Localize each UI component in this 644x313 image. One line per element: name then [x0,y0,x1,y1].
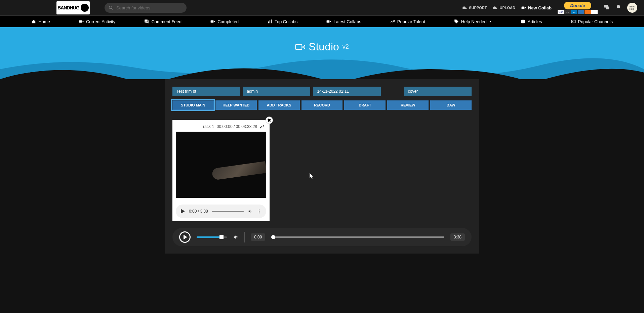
info-spacer [384,87,401,96]
nav-talent-label: Popular Talent [397,19,425,24]
collab-title-field[interactable]: Test trim bt [172,87,240,96]
info-row: Test trim bt admin 14-11-2022 02:11 cove… [172,87,472,96]
tab-studio-main[interactable]: STUDIO MAIN [172,100,214,110]
svg-rect-10 [268,21,269,23]
trend-icon [390,19,395,24]
video-icon [521,6,526,9]
tab-draft[interactable]: DRAFT [344,100,386,110]
mute-icon[interactable] [233,235,238,239]
comments-icon [144,19,149,24]
volume-icon[interactable] [248,209,253,214]
card-icon [591,10,598,14]
payment-icons: VISA ●● ●● [558,10,598,14]
tab-help-wanted[interactable]: HELP WANTED [215,100,257,110]
svg-rect-11 [270,20,270,24]
tab-daw[interactable]: DAW [430,100,472,110]
svg-marker-9 [214,21,215,23]
user-avatar[interactable]: BandHug [627,3,637,13]
new-collab-link[interactable]: New Collab [521,5,552,10]
hero-title-text: Studio [309,41,339,53]
cloud-upload-icon [493,6,497,9]
nav-home-label: Home [38,19,50,24]
studio-panel: Test trim bt admin 14-11-2022 02:11 cove… [165,79,479,254]
svg-marker-14 [330,21,331,23]
donate-button[interactable]: Donate [564,2,591,9]
support-link[interactable]: SUPPORT [462,6,487,10]
upload-text: UPLOAD [499,6,515,10]
maestro-icon: ●● [571,10,577,14]
id-icon [571,19,576,24]
audio-menu-icon[interactable]: ⋮ [257,209,261,214]
nav-comment-feed[interactable]: Comment Feed [144,19,182,24]
support-text: SUPPORT [469,6,487,10]
tab-record[interactable]: RECORD [301,100,343,110]
svg-point-0 [109,6,112,9]
seek-bar[interactable] [271,236,444,238]
nav-top-collabs[interactable]: Top Collabs [268,19,297,24]
video-frame-content [211,161,266,180]
svg-rect-16 [571,20,575,23]
wrench-icon[interactable] [260,124,265,129]
nav-help-needed[interactable]: Help Needed ▼ [454,19,492,24]
page-title: Studio v2 [295,41,349,53]
nav-home[interactable]: Home [31,19,50,24]
svg-rect-8 [211,20,214,23]
brand-logo[interactable]: BANDHUG [56,1,90,14]
hero-banner: Studio v2 [0,27,644,79]
search-wrap [105,3,187,13]
video-icon [326,20,331,23]
tab-add-tracks[interactable]: ADD TRACKS [258,100,300,110]
svg-line-1 [112,8,113,10]
svg-marker-19 [302,45,305,49]
notifications-icon[interactable] [616,4,621,12]
nav-articles-label: Articles [528,19,542,24]
search-input[interactable] [105,3,187,13]
nav-popular-talent[interactable]: Popular Talent [390,19,425,24]
svg-rect-18 [295,44,302,49]
svg-rect-15 [521,20,525,24]
discover-icon [585,10,591,14]
player-divider [244,232,245,242]
tab-review[interactable]: REVIEW [387,100,429,110]
svg-marker-20 [181,209,185,214]
svg-point-17 [572,21,573,22]
top-header: BANDHUG SUPPORT UPLOAD New Collab Donate… [0,0,644,16]
studio-tabs: STUDIO MAIN HELP WANTED ADD TRACKS RECOR… [172,100,472,110]
nav-current-activity[interactable]: Current Activity [79,19,115,24]
volume-slider[interactable] [197,236,227,238]
nav-popular-channels[interactable]: Popular Channels [571,19,613,24]
svg-rect-12 [271,19,272,23]
close-track-button[interactable]: ✖ [266,117,273,124]
messages-icon[interactable] [604,4,610,12]
seek-thumb[interactable] [271,235,275,239]
volume-fill [197,236,223,238]
hero-version: v2 [343,43,349,50]
main-play-button[interactable] [179,231,191,243]
collab-user-field[interactable]: admin [243,87,310,96]
volume-thumb[interactable] [219,235,224,239]
visa-icon: VISA [558,10,564,14]
play-triangle-icon [184,235,187,239]
home-icon [31,19,36,24]
upload-link[interactable]: UPLOAD [493,6,515,10]
play-icon[interactable] [181,209,185,214]
time-current: 0:00 [251,233,265,241]
audio-progress-bar[interactable] [212,211,244,212]
nav-completed[interactable]: Completed [210,19,239,24]
svg-rect-2 [522,7,525,9]
nav-latest-collabs[interactable]: Latest Collabs [326,19,361,24]
logo-text: BANDHUG [57,5,79,10]
track-video-preview[interactable] [176,132,266,198]
camera-icon [295,43,305,51]
nav-articles[interactable]: Articles [521,19,542,24]
collab-date-field[interactable]: 14-11-2022 02:11 [313,87,380,96]
mastercard-icon: ●● [564,10,571,14]
time-total: 3:38 [450,233,465,241]
nav-completed-label: Completed [217,19,239,24]
nav-latest-label: Latest Collabs [333,19,361,24]
svg-marker-3 [525,7,526,9]
collab-type-field[interactable]: cover [404,87,472,96]
header-right: SUPPORT UPLOAD New Collab Donate VISA ●●… [462,2,637,14]
video-icon [79,20,84,23]
track-header: Track 1 00:00:00 / 00:03:38.28 [176,123,266,132]
